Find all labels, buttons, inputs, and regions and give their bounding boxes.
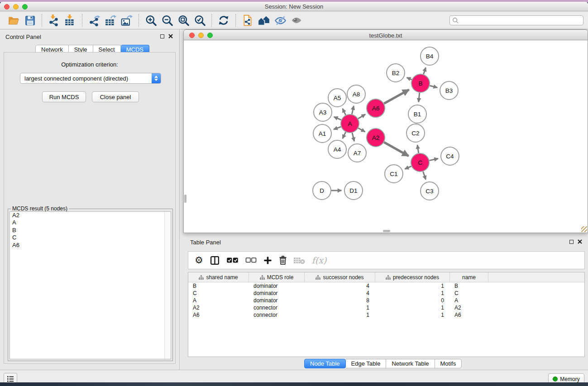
graph-edge-C-C3[interactable]	[423, 172, 426, 180]
column-header-successor-nodes[interactable]: successor nodes	[305, 272, 375, 282]
table-row[interactable]: Cdominator41C	[188, 290, 584, 297]
table-panel-tabs: Node TableEdge TableNetwork TableMotifs	[304, 359, 462, 368]
table-row[interactable]: Bdominator41B	[188, 282, 584, 290]
save-session-button[interactable]	[22, 13, 38, 28]
graph-edge-C-C4[interactable]	[430, 159, 439, 161]
graph-edge-A-A5[interactable]	[343, 109, 346, 115]
run-mcds-button[interactable]: Run MCDS	[42, 91, 86, 102]
optimization-criterion-select[interactable]: largest connected component (directed)	[20, 73, 161, 84]
show-all-button[interactable]	[288, 13, 305, 28]
table-cell: 0	[375, 297, 450, 304]
result-list-item[interactable]: A6	[10, 242, 171, 249]
vertical-scrollbar-thumb[interactable]	[184, 195, 186, 203]
zoom-out-button[interactable]	[159, 13, 175, 28]
zoom-in-button[interactable]	[143, 13, 159, 28]
close-table-panel-icon[interactable]	[578, 239, 582, 244]
table-settings-button[interactable]: ⚙	[195, 256, 203, 265]
graph-edge-A-A7[interactable]	[352, 133, 354, 141]
select-all-columns-button[interactable]	[226, 257, 239, 263]
tab-motifs[interactable]: Motifs	[435, 359, 462, 368]
task-history-button[interactable]	[4, 373, 17, 382]
mcds-result-list[interactable]: A2ABCA6	[10, 211, 171, 359]
show-columns-button[interactable]	[210, 256, 220, 265]
graph-edge-B-B2[interactable]	[407, 77, 412, 80]
search-input[interactable]	[459, 16, 583, 24]
graph-edge-A-A6[interactable]	[358, 114, 365, 119]
float-table-panel-icon[interactable]	[569, 240, 574, 244]
graph-edge-A6-B[interactable]	[384, 90, 409, 104]
table-row[interactable]: A6connector11A6	[188, 311, 584, 319]
table-cell: A	[188, 297, 249, 304]
delete-columns-button[interactable]	[279, 256, 287, 265]
network-view-window: testGlobe.txt B4B2BB3A5A8A6B1A3AC2A1A2A4…	[183, 29, 588, 233]
column-type-icon	[316, 275, 320, 280]
open-session-button[interactable]	[5, 13, 22, 28]
column-header-shared-name[interactable]: shared name	[188, 272, 249, 282]
graph-edge-A-A8[interactable]	[352, 106, 354, 114]
graph-node-label-A4: A4	[334, 146, 341, 153]
table-cell: dominator	[249, 297, 305, 304]
export-table-button[interactable]	[102, 13, 119, 28]
apply-layout-button[interactable]	[215, 13, 232, 28]
table-row[interactable]: A2connector11A2	[188, 304, 584, 311]
result-list-item[interactable]: B	[10, 227, 171, 234]
table-cell: A	[450, 297, 488, 304]
select-stepper-icon	[152, 73, 161, 83]
tab-node-table[interactable]: Node Table	[304, 359, 346, 368]
column-header-predecessor-nodes[interactable]: predecessor nodes	[375, 272, 450, 282]
graph-edge-B-B4[interactable]	[424, 67, 426, 74]
graph-node-label-A6: A6	[372, 105, 380, 112]
resize-grip[interactable]	[581, 226, 587, 232]
delete-table-button-disabled	[294, 257, 305, 264]
delete-table-icon	[294, 257, 305, 264]
graph-edge-A-A1[interactable]	[334, 127, 341, 129]
graph-edge-A2-C[interactable]	[384, 142, 408, 156]
result-list-item[interactable]: C	[10, 234, 171, 241]
control-panel-title: Control Panel	[5, 33, 41, 40]
float-panel-icon[interactable]	[160, 34, 164, 38]
new-network-from-selection-button[interactable]	[239, 13, 256, 28]
result-list-scrollbar[interactable]	[164, 212, 171, 359]
export-image-button[interactable]	[119, 13, 135, 28]
memory-button[interactable]: Memory	[548, 373, 584, 382]
table-row[interactable]: Adominator80A	[188, 297, 584, 304]
search-box	[449, 15, 583, 25]
export-network-button[interactable]	[86, 13, 102, 28]
column-header-name[interactable]: name	[450, 272, 488, 282]
graph-edge-C-C1[interactable]	[405, 166, 411, 169]
create-column-button[interactable]	[263, 256, 272, 265]
graph-edge-A-A2[interactable]	[358, 128, 365, 132]
network-canvas[interactable]: B4B2BB3A5A8A6B1A3AC2A1A2A4A7CC4C1C3DD1	[183, 40, 588, 233]
cytoscape-main-window: Session: New Session	[0, 2, 588, 382]
graph-node-label-B3: B3	[445, 87, 453, 94]
tab-edge-table[interactable]: Edge Table	[346, 359, 387, 368]
column-type-icon	[260, 275, 265, 280]
zoom-fit-button[interactable]	[175, 13, 191, 28]
zoom-selected-icon	[194, 14, 206, 27]
table-cell: 4	[305, 290, 375, 296]
graph-edge-B-B1[interactable]	[419, 93, 420, 102]
zoom-selected-button[interactable]	[191, 13, 208, 28]
table-cell: connector	[249, 312, 305, 318]
import-table-button[interactable]	[62, 13, 78, 28]
first-neighbors-button[interactable]	[256, 13, 272, 28]
close-panel-icon[interactable]	[168, 34, 173, 38]
unselect-all-columns-button[interactable]	[245, 257, 257, 263]
session-title: Session: New Session	[0, 3, 588, 10]
column-header-label: predecessor nodes	[393, 274, 439, 281]
horizontal-scrollbar-thumb[interactable]	[383, 230, 390, 232]
network-window-titlebar[interactable]: testGlobe.txt	[183, 29, 588, 40]
column-header-mcds-role[interactable]: MCDS role	[249, 272, 305, 282]
column-header-label: MCDS role	[267, 274, 294, 281]
result-list-item[interactable]: A2	[10, 212, 171, 219]
close-panel-button[interactable]: Close panel	[92, 91, 139, 102]
graph-edge-A-A4[interactable]	[343, 132, 346, 138]
tab-network-table[interactable]: Network Table	[386, 359, 435, 368]
graph-edge-B-B3[interactable]	[430, 86, 437, 87]
column-header-label: successor nodes	[323, 274, 363, 281]
import-network-button[interactable]	[46, 13, 62, 28]
hide-selected-button[interactable]	[272, 13, 288, 28]
graph-edge-A-A3[interactable]	[334, 117, 341, 120]
graph-edge-C-C2[interactable]	[417, 145, 419, 153]
result-list-item[interactable]: A	[10, 219, 171, 226]
